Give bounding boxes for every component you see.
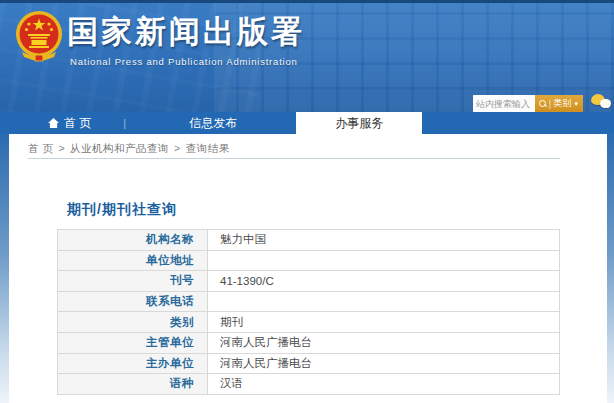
- nav-item-home[interactable]: 首 页: [38, 112, 101, 134]
- breadcrumb-separator: >: [58, 142, 65, 154]
- nav-item-services[interactable]: 办事服务: [296, 112, 422, 134]
- row-value: 汉语: [208, 374, 560, 395]
- site-header: 国家新闻出版署 National Press and Publication A…: [0, 3, 614, 112]
- table-row: 机构名称 魅力中国: [58, 230, 560, 251]
- breadcrumb-separator: >: [174, 142, 181, 154]
- left-edge-strip: [0, 134, 9, 403]
- site-search: | 类别 ▼: [473, 95, 583, 112]
- breadcrumb-home-link[interactable]: 首 页: [28, 142, 53, 154]
- home-icon: [48, 118, 59, 128]
- page: 国家新闻出版署 National Press and Publication A…: [0, 0, 614, 403]
- row-value: 河南人民广播电台: [208, 353, 560, 374]
- right-edge-strip: [607, 134, 614, 403]
- search-button[interactable]: | 类别 ▼: [535, 95, 583, 112]
- search-category-dropdown[interactable]: 类别: [553, 97, 571, 110]
- breadcrumb-divider: [28, 158, 560, 159]
- nav-info-label: 信息发布: [189, 115, 237, 132]
- row-value: 河南人民广播电台: [208, 332, 560, 353]
- table-row: 联系电话: [58, 291, 560, 312]
- row-label: 主办单位: [58, 353, 208, 374]
- breadcrumb: 首 页>从业机构和产品查询>查询结果: [28, 142, 230, 156]
- row-value: [208, 291, 560, 312]
- table-row: 刊号 41-1390/C: [58, 271, 560, 292]
- search-separator: |: [549, 99, 551, 109]
- wechat-bubble-small: [600, 99, 611, 108]
- site-subtitle: National Press and Publication Administr…: [70, 56, 298, 67]
- row-label: 联系电话: [58, 291, 208, 312]
- row-value: 魅力中国: [208, 230, 560, 251]
- site-title: 国家新闻出版署: [67, 11, 305, 53]
- row-value: [208, 250, 560, 271]
- nav-item-information[interactable]: 信息发布: [158, 112, 268, 134]
- main-nav: 首 页 | 信息发布 办事服务: [0, 112, 614, 134]
- row-label: 单位地址: [58, 250, 208, 271]
- row-label: 类别: [58, 312, 208, 333]
- table-row: 主办单位 河南人民广播电台: [58, 353, 560, 374]
- breadcrumb-current: 查询结果: [186, 142, 230, 154]
- table-row: 语种 汉语: [58, 374, 560, 395]
- nav-home-label: 首 页: [64, 115, 91, 132]
- wechat-icon[interactable]: [591, 94, 611, 112]
- row-label: 主管单位: [58, 332, 208, 353]
- row-value: 41-1390/C: [208, 271, 560, 292]
- row-label: 机构名称: [58, 230, 208, 251]
- chevron-down-icon: ▼: [573, 101, 579, 107]
- search-icon: [539, 100, 547, 108]
- table-row: 主管单位 河南人民广播电台: [58, 332, 560, 353]
- row-label: 刊号: [58, 271, 208, 292]
- table-row: 类别 期刊: [58, 312, 560, 333]
- breadcrumb-query-link[interactable]: 从业机构和产品查询: [70, 142, 169, 154]
- table-row: 单位地址: [58, 250, 560, 271]
- national-emblem-logo: [14, 8, 64, 64]
- row-value: 期刊: [208, 312, 560, 333]
- nav-separator: |: [123, 112, 126, 134]
- nav-services-label: 办事服务: [335, 115, 383, 132]
- row-label: 语种: [58, 374, 208, 395]
- query-result-table: 机构名称 魅力中国 单位地址 刊号 41-1390/C 联系电话 类别 期刊 主…: [57, 229, 560, 395]
- page-title: 期刊/期刊社查询: [67, 201, 177, 219]
- search-input[interactable]: [473, 95, 535, 112]
